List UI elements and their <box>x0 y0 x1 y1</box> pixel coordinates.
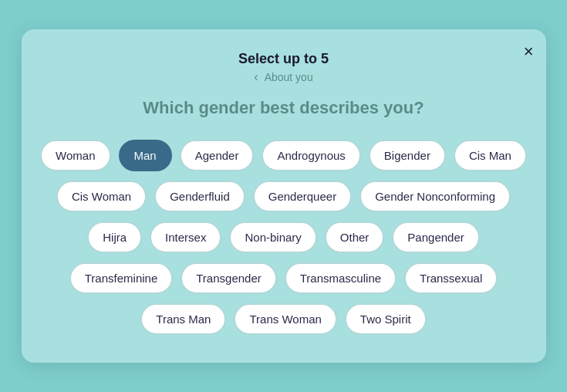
option-btn-woman[interactable]: Woman <box>40 140 110 171</box>
option-btn-hijra[interactable]: Hijra <box>87 221 142 253</box>
option-btn-transgender[interactable]: Transgender <box>181 262 277 294</box>
options-row-3: TransfeminineTransgenderTransmasculineTr… <box>69 262 498 294</box>
close-button[interactable]: × <box>524 43 534 60</box>
options-container: WomanManAgenderAndrogynousBigenderCis Ma… <box>46 140 521 335</box>
option-btn-intersex[interactable]: Intersex <box>150 221 221 253</box>
option-btn-genderfluid[interactable]: Genderfluid <box>154 181 245 212</box>
breadcrumb-row: ‹ About you <box>46 70 521 84</box>
option-btn-non-binary[interactable]: Non-binary <box>229 221 316 253</box>
option-btn-bigender[interactable]: Bigender <box>369 140 446 171</box>
options-row-4: Trans ManTrans WomanTwo Spirit <box>140 303 426 335</box>
option-btn-other[interactable]: Other <box>325 221 385 253</box>
option-btn-agender[interactable]: Agender <box>180 140 255 171</box>
back-arrow-icon[interactable]: ‹ <box>254 70 258 84</box>
options-row-0: WomanManAgenderAndrogynousBigenderCis Ma… <box>40 140 527 171</box>
option-btn-trans-woman[interactable]: Trans Woman <box>234 303 336 335</box>
modal-title: Select up to 5 <box>238 51 329 67</box>
option-btn-cis-man[interactable]: Cis Man <box>454 140 527 171</box>
option-btn-genderqueer[interactable]: Genderqueer <box>253 181 352 212</box>
option-btn-transsexual[interactable]: Transsexual <box>404 262 498 294</box>
option-btn-gender-nonconforming[interactable]: Gender Nonconforming <box>359 181 511 212</box>
options-row-1: Cis WomanGenderfluidGenderqueerGender No… <box>56 181 511 212</box>
modal: Select up to 5 × ‹ About you Which gende… <box>22 29 546 363</box>
modal-header: Select up to 5 × <box>46 51 521 67</box>
option-btn-cis-woman[interactable]: Cis Woman <box>56 181 147 212</box>
option-btn-transmasculine[interactable]: Transmasculine <box>285 262 397 294</box>
options-row-2: HijraIntersexNon-binaryOtherPangender <box>87 221 480 253</box>
option-btn-transfeminine[interactable]: Transfeminine <box>69 262 173 294</box>
option-btn-man[interactable]: Man <box>119 140 172 171</box>
option-btn-two-spirit[interactable]: Two Spirit <box>345 303 427 335</box>
option-btn-pangender[interactable]: Pangender <box>392 221 479 253</box>
option-btn-trans-man[interactable]: Trans Man <box>140 303 226 335</box>
modal-overlay: Select up to 5 × ‹ About you Which gende… <box>0 0 567 392</box>
option-btn-androgynous[interactable]: Androgynous <box>262 140 360 171</box>
breadcrumb: About you <box>265 71 313 83</box>
question-text: Which gender best describes you? <box>46 98 521 118</box>
